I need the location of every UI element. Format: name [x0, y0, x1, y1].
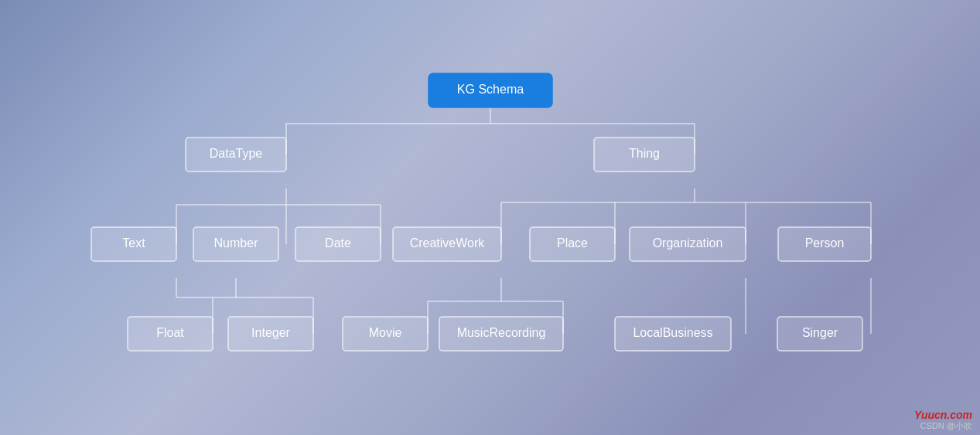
node-creativework-label: CreativeWork: [410, 236, 486, 250]
node-date-label: Date: [325, 236, 351, 250]
node-organization-label: Organization: [653, 236, 723, 250]
node-text-label: Text: [122, 236, 145, 250]
node-number-label: Number: [214, 236, 259, 250]
node-musicrecording-label: MusicRecording: [457, 326, 546, 339]
watermark-main: Yuucn.com: [914, 409, 972, 421]
watermark-sub: CSDN @小吹: [920, 420, 972, 432]
kg-schema-diagram: KG Schema DataType Thing Text Number Dat…: [0, 0, 980, 435]
node-singer-label: Singer: [802, 326, 838, 339]
node-root-label: KG Schema: [457, 83, 524, 96]
node-thing-label: Thing: [629, 147, 660, 160]
node-localbusiness-label: LocalBusiness: [633, 326, 712, 339]
node-datatype-label: DataType: [210, 147, 263, 160]
node-integer-label: Integer: [251, 326, 290, 339]
node-place-label: Place: [557, 236, 588, 250]
node-person-label: Person: [805, 236, 845, 250]
node-movie-label: Movie: [369, 326, 402, 339]
node-float-label: Float: [156, 326, 184, 339]
